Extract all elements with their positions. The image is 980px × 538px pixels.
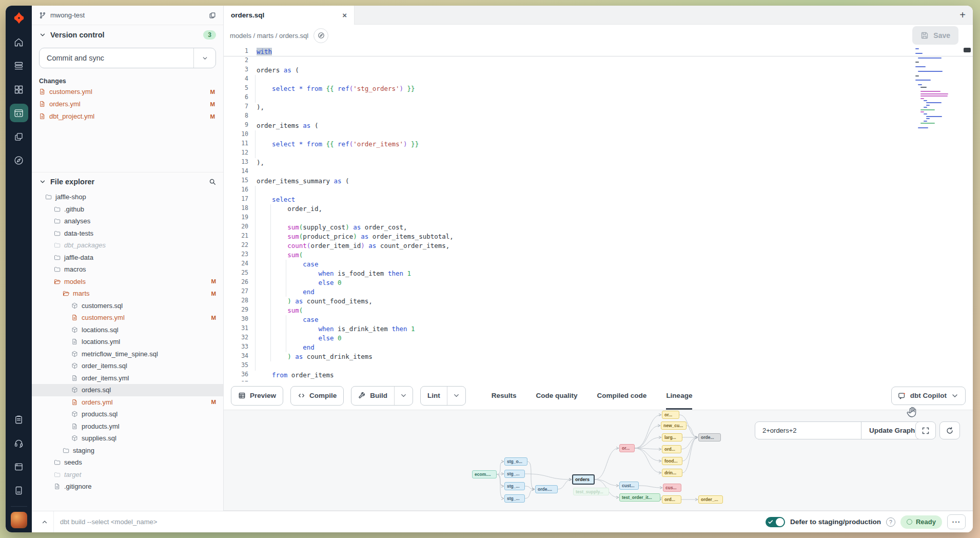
- lineage-node-orde[interactable]: orde....: [535, 485, 558, 493]
- commit-options-chevron[interactable]: [193, 48, 215, 68]
- chevron-down-icon[interactable]: [39, 31, 46, 39]
- lineage-node-cust[interactable]: cust...: [619, 482, 639, 490]
- code-line[interactable]: 32 else 0: [224, 334, 973, 343]
- project-branch-name[interactable]: mwong-test: [50, 11, 85, 19]
- tab-compiled-code[interactable]: Compiled code: [597, 381, 647, 410]
- code-line[interactable]: 10: [224, 130, 973, 140]
- tree-item-marts[interactable]: martsM: [32, 287, 223, 300]
- lineage-node-stg_[interactable]: stg_...: [504, 494, 525, 503]
- code-line[interactable]: 20 sum(supply_cost) as order_cost,: [224, 223, 973, 232]
- changed-file-orders.yml[interactable]: orders.ymlM: [39, 99, 216, 109]
- lineage-node-ord[interactable]: ord...: [662, 445, 681, 453]
- code-line[interactable]: 22 count(order_item_id) as count_order_i…: [224, 241, 973, 251]
- new-tab-button[interactable]: +: [959, 10, 966, 20]
- tree-item-jaffle-data[interactable]: jaffle-data: [32, 252, 223, 264]
- lineage-node-orde[interactable]: orde...: [698, 433, 721, 441]
- code-line[interactable]: 21 sum(product_price) as order_items_sub…: [224, 232, 973, 241]
- lineage-node-new_cu[interactable]: new_cu...: [661, 421, 687, 430]
- help-icon[interactable]: ?: [886, 517, 895, 527]
- lineage-node-food[interactable]: food...: [662, 457, 682, 465]
- code-line[interactable]: 6: [224, 93, 973, 103]
- code-line[interactable]: 15order_items_summary as (: [224, 177, 973, 186]
- chevron-down-icon[interactable]: [39, 178, 46, 185]
- lineage-node-or[interactable]: or...: [619, 444, 635, 452]
- tree-item-staging[interactable]: staging: [32, 445, 223, 457]
- scrollbar-thumb[interactable]: [964, 48, 971, 52]
- code-line[interactable]: 7),: [224, 103, 973, 112]
- more-options-button[interactable]: ···: [947, 514, 966, 529]
- build-options-chevron[interactable]: [394, 387, 413, 405]
- code-line[interactable]: 30 case: [224, 315, 973, 324]
- tree-item-order_items.sql[interactable]: order_items.sql: [32, 360, 223, 372]
- code-line[interactable]: 19: [224, 214, 973, 223]
- code-line[interactable]: 37: [224, 380, 973, 381]
- compass-icon[interactable]: [10, 151, 28, 169]
- code-line[interactable]: 26 else 0: [224, 278, 973, 287]
- tab-results[interactable]: Results: [492, 381, 517, 410]
- tree-item-locations.yml[interactable]: locations.yml: [32, 336, 223, 348]
- headset-icon[interactable]: [10, 434, 28, 452]
- lineage-node-stg_[interactable]: stg_...: [504, 470, 525, 478]
- code-line[interactable]: 29 sum(: [224, 306, 973, 315]
- tree-item-models[interactable]: modelsM: [32, 276, 223, 288]
- grid-icon[interactable]: [10, 80, 28, 99]
- changed-file-customers.yml[interactable]: customers.ymlM: [39, 86, 216, 97]
- code-line[interactable]: 23 sum(: [224, 251, 973, 260]
- lineage-node-stg_[interactable]: stg_...: [504, 482, 525, 490]
- tab-orders-sql[interactable]: orders.sql ×: [224, 6, 355, 25]
- code-line[interactable]: 8: [224, 112, 973, 121]
- editor-scrollbar[interactable]: [964, 47, 971, 150]
- tree-item-data-tests[interactable]: data-tests: [32, 227, 223, 240]
- close-tab-icon[interactable]: ×: [342, 11, 347, 20]
- lineage-node-ecom[interactable]: ecom....: [472, 470, 497, 478]
- lineage-node-test_supply[interactable]: test_supply...: [573, 488, 609, 495]
- save-button[interactable]: Save: [912, 26, 958, 45]
- code-line[interactable]: 31 when is_drink_item then 1: [224, 324, 973, 334]
- code-line[interactable]: 2: [224, 56, 973, 66]
- tree-item-.gitignore[interactable]: .gitignore: [32, 481, 223, 493]
- duplicate-icon[interactable]: [209, 12, 216, 19]
- lint-button[interactable]: Lint: [420, 386, 466, 406]
- preview-button[interactable]: Preview: [231, 386, 283, 406]
- tree-item-metricflow_time_spine.sql[interactable]: metricflow_time_spine.sql: [32, 348, 223, 360]
- code-line[interactable]: 11 select * from {{ ref('order_items') }…: [224, 140, 973, 149]
- tree-item-products.sql[interactable]: products.sql: [32, 408, 223, 420]
- code-line[interactable]: 9order_items as (: [224, 121, 973, 130]
- code-line[interactable]: 17 select: [224, 195, 973, 204]
- code-line[interactable]: 36 from order_items: [224, 371, 973, 380]
- tree-item-supplies.sql[interactable]: supplies.sql: [32, 432, 223, 445]
- tree-item-dbt_packages[interactable]: dbt_packages: [32, 239, 223, 252]
- copy-windows-icon[interactable]: [10, 127, 28, 146]
- tree-item-customers.sql[interactable]: customers.sql: [32, 300, 223, 312]
- compile-button[interactable]: Compile: [290, 386, 344, 406]
- build-button[interactable]: Build: [351, 386, 413, 406]
- code-line[interactable]: 5 select * from {{ ref('stg_orders') }}: [224, 84, 973, 93]
- code-line[interactable]: 33 end: [224, 343, 973, 352]
- code-line[interactable]: 18 order_id,: [224, 204, 973, 214]
- lineage-node-test_order_it[interactable]: test_order_it...: [619, 493, 660, 502]
- lineage-node-larg[interactable]: larg...: [662, 433, 682, 441]
- update-graph-button[interactable]: Update Graph: [861, 422, 923, 439]
- home-icon[interactable]: [10, 33, 28, 51]
- code-line[interactable]: 28 ) as count_food_items,: [224, 297, 973, 306]
- lineage-node-cus[interactable]: cus...: [663, 484, 681, 492]
- code-line[interactable]: 1with: [224, 47, 973, 56]
- lineage-selector-input[interactable]: [755, 422, 861, 439]
- code-line[interactable]: 16: [224, 186, 973, 195]
- dbt-logo-icon[interactable]: [6, 6, 32, 30]
- lint-options-chevron[interactable]: [447, 387, 465, 405]
- fullscreen-button[interactable]: [915, 421, 936, 439]
- tree-item-target[interactable]: target: [32, 469, 223, 481]
- user-avatar[interactable]: [11, 506, 27, 528]
- changed-file-dbt_project.yml[interactable]: dbt_project.ymlM: [39, 111, 216, 122]
- browser-icon[interactable]: [10, 457, 28, 476]
- commit-and-sync-button[interactable]: Commit and sync: [39, 48, 216, 68]
- stack-icon[interactable]: [10, 56, 28, 75]
- tree-item-locations.sql[interactable]: locations.sql: [32, 324, 223, 336]
- tree-item-orders.yml[interactable]: orders.ymlM: [32, 396, 223, 409]
- tree-item-order_items.yml[interactable]: order_items.yml: [32, 372, 223, 385]
- code-line[interactable]: 27 end: [224, 287, 973, 297]
- command-input[interactable]: dbt build --select <model_name>: [60, 518, 157, 526]
- code-line[interactable]: 25 when is_food_item then 1: [224, 269, 973, 278]
- dbt-copilot-button[interactable]: dbt Copilot: [891, 387, 966, 405]
